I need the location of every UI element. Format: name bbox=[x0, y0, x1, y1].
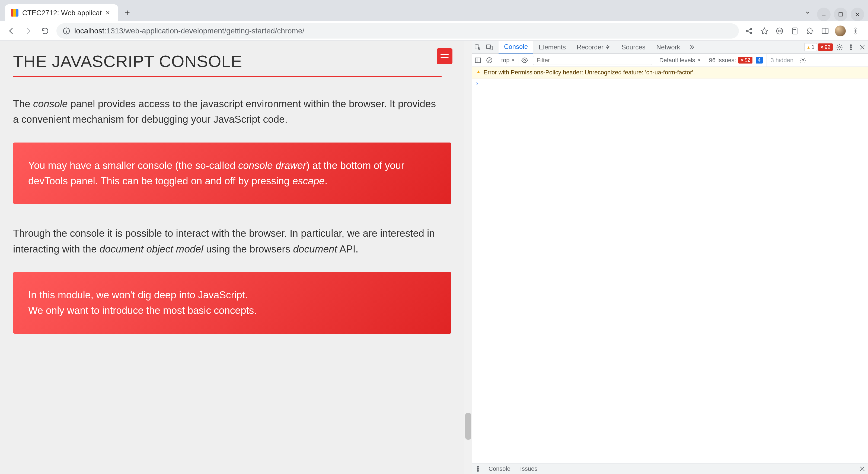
callout-box-1: You may have a smaller console (the so-c… bbox=[13, 143, 452, 204]
svg-rect-17 bbox=[822, 28, 828, 34]
live-expression-icon[interactable] bbox=[519, 54, 530, 66]
extension-icon-1[interactable] bbox=[773, 24, 786, 37]
minimize-window-button[interactable] bbox=[817, 8, 831, 21]
devtools-tabbar: Console Elements Recorder Sources Networ… bbox=[472, 41, 868, 54]
page-content: THE JAVASCRIPT CONSOLE The console panel… bbox=[0, 41, 464, 474]
log-levels-selector[interactable]: Default levels ▼ bbox=[655, 54, 705, 66]
forward-button[interactable] bbox=[21, 23, 36, 38]
devtools-settings-icon[interactable] bbox=[834, 41, 845, 54]
extension-icon-2[interactable] bbox=[788, 24, 801, 37]
svg-point-8 bbox=[750, 28, 752, 30]
svg-marker-12 bbox=[761, 28, 768, 34]
svg-point-36 bbox=[802, 59, 804, 61]
execution-context-selector[interactable]: top ▼ bbox=[499, 54, 519, 66]
browser-menu-icon[interactable] bbox=[849, 24, 862, 37]
browser-tabstrip: CTEC2712: Web applicat × + ⌄ bbox=[0, 0, 868, 21]
url-host: localhost bbox=[74, 27, 104, 35]
svg-line-34 bbox=[488, 58, 491, 62]
warning-triangle-icon: ▲ bbox=[476, 69, 481, 75]
close-tab-icon[interactable]: × bbox=[105, 8, 110, 17]
svg-point-28 bbox=[850, 49, 851, 50]
inspect-element-icon[interactable] bbox=[472, 41, 484, 54]
side-panel-icon[interactable] bbox=[818, 24, 832, 37]
more-tabs-icon[interactable] bbox=[686, 41, 697, 54]
devtools-panel: Console Elements Recorder Sources Networ… bbox=[472, 41, 868, 474]
issues-summary[interactable]: 96 Issues: 92 4 bbox=[705, 54, 766, 66]
svg-point-39 bbox=[477, 470, 478, 471]
toggle-sidebar-icon[interactable] bbox=[472, 54, 484, 66]
address-bar[interactable]: localhost:1313/web-application-developme… bbox=[56, 23, 739, 38]
svg-rect-1 bbox=[839, 13, 842, 16]
extensions-puzzle-icon[interactable] bbox=[803, 24, 816, 37]
svg-point-7 bbox=[746, 30, 748, 32]
devtools-tab-elements[interactable]: Elements bbox=[533, 41, 571, 54]
new-tab-button[interactable]: + bbox=[121, 6, 133, 19]
back-button[interactable] bbox=[4, 23, 19, 38]
console-settings-icon[interactable] bbox=[797, 54, 809, 66]
url-path: :1313/web-application-development/gettin… bbox=[104, 27, 305, 35]
tabs-dropdown-icon[interactable]: ⌄ bbox=[804, 6, 811, 16]
console-toolbar: top ▼ Default levels ▼ 96 Issues: 92 4 3… bbox=[472, 54, 868, 67]
svg-rect-31 bbox=[475, 58, 480, 62]
svg-point-20 bbox=[855, 30, 856, 31]
browser-tab-active[interactable]: CTEC2712: Web applicat × bbox=[5, 4, 118, 21]
svg-line-11 bbox=[748, 31, 750, 33]
console-warning-message[interactable]: ▲ Error with Permissions-Policy header: … bbox=[472, 67, 868, 79]
clear-console-icon[interactable] bbox=[484, 54, 495, 66]
svg-point-25 bbox=[839, 46, 841, 48]
share-icon[interactable] bbox=[743, 24, 756, 37]
device-toolbar-icon[interactable] bbox=[484, 41, 495, 54]
drawer-tab-issues[interactable]: Issues bbox=[516, 465, 542, 472]
drawer-menu-icon[interactable] bbox=[472, 464, 484, 474]
favicon-icon bbox=[11, 9, 19, 17]
drawer-close-icon[interactable] bbox=[857, 464, 868, 474]
svg-point-19 bbox=[855, 28, 856, 29]
page-heading: THE JAVASCRIPT CONSOLE bbox=[13, 52, 442, 77]
svg-point-35 bbox=[524, 59, 526, 61]
maximize-window-button[interactable] bbox=[834, 8, 847, 21]
devtools-tab-console[interactable]: Console bbox=[499, 41, 533, 54]
svg-point-9 bbox=[750, 32, 752, 34]
svg-point-37 bbox=[477, 466, 478, 467]
svg-point-27 bbox=[850, 47, 851, 48]
devtools-menu-icon[interactable] bbox=[845, 41, 857, 54]
site-info-icon[interactable] bbox=[62, 27, 70, 35]
console-prompt[interactable]: › bbox=[472, 79, 868, 89]
svg-line-10 bbox=[748, 29, 750, 30]
tab-title: CTEC2712: Web applicat bbox=[22, 9, 102, 17]
svg-point-26 bbox=[850, 45, 851, 46]
error-count-badge[interactable]: 92 bbox=[818, 43, 833, 51]
devtools-tab-recorder[interactable]: Recorder bbox=[571, 41, 616, 54]
devtools-tab-sources[interactable]: Sources bbox=[616, 41, 651, 54]
svg-point-21 bbox=[855, 33, 856, 34]
devtools-drawer: Console Issues bbox=[472, 463, 868, 474]
callout-box-2: In this module, we won't dig deep into J… bbox=[13, 272, 452, 334]
drawer-tab-console[interactable]: Console bbox=[484, 465, 516, 472]
intro-paragraph: The console panel provides access to the… bbox=[13, 96, 442, 127]
hidden-messages[interactable]: 3 hidden bbox=[767, 54, 797, 66]
reload-button[interactable] bbox=[37, 23, 53, 38]
hamburger-menu-button[interactable] bbox=[437, 48, 453, 64]
close-window-button[interactable] bbox=[850, 8, 864, 21]
svg-point-38 bbox=[477, 468, 478, 469]
browser-toolbar: localhost:1313/web-application-developme… bbox=[0, 21, 868, 41]
profile-avatar[interactable] bbox=[834, 24, 847, 37]
warning-count-badge[interactable]: 1 bbox=[804, 43, 817, 51]
page-scrollbar[interactable] bbox=[464, 41, 472, 474]
dom-paragraph: Through the console it is possible to in… bbox=[13, 226, 442, 257]
devtools-tab-network[interactable]: Network bbox=[651, 41, 686, 54]
devtools-close-icon[interactable] bbox=[857, 41, 868, 54]
bookmark-star-icon[interactable] bbox=[758, 24, 771, 37]
console-filter-input[interactable] bbox=[533, 56, 652, 65]
console-output[interactable]: ▲ Error with Permissions-Policy header: … bbox=[472, 67, 868, 463]
